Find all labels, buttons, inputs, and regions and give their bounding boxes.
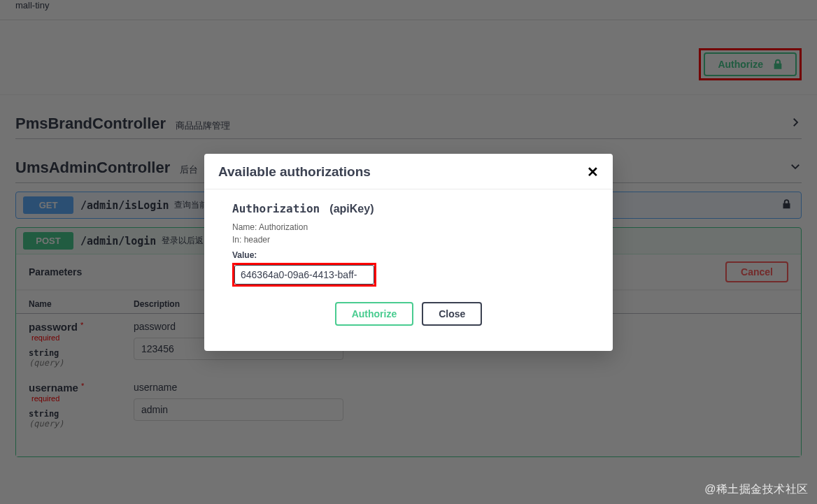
value-label: Value: (232, 250, 585, 260)
close-icon[interactable]: ✕ (587, 164, 599, 180)
modal-overlay[interactable]: Available authorizations ✕ Authorization… (0, 0, 817, 504)
modal-title: Available authorizations (218, 164, 371, 180)
auth-name-line: Name: Authorization (232, 221, 585, 233)
auth-scheme-type: (apiKey) (329, 203, 374, 215)
auth-name: Authorization (232, 202, 320, 215)
auth-heading: Authorization (apiKey) (232, 202, 585, 215)
auth-in-line: In: header (232, 233, 585, 246)
authorizations-modal: Available authorizations ✕ Authorization… (204, 154, 613, 351)
auth-value-input[interactable] (234, 265, 374, 285)
watermark: @稀土掘金技术社区 (704, 482, 809, 497)
modal-authorize-button[interactable]: Authorize (335, 302, 414, 326)
value-highlight (232, 263, 376, 287)
modal-close-button[interactable]: Close (422, 302, 482, 326)
